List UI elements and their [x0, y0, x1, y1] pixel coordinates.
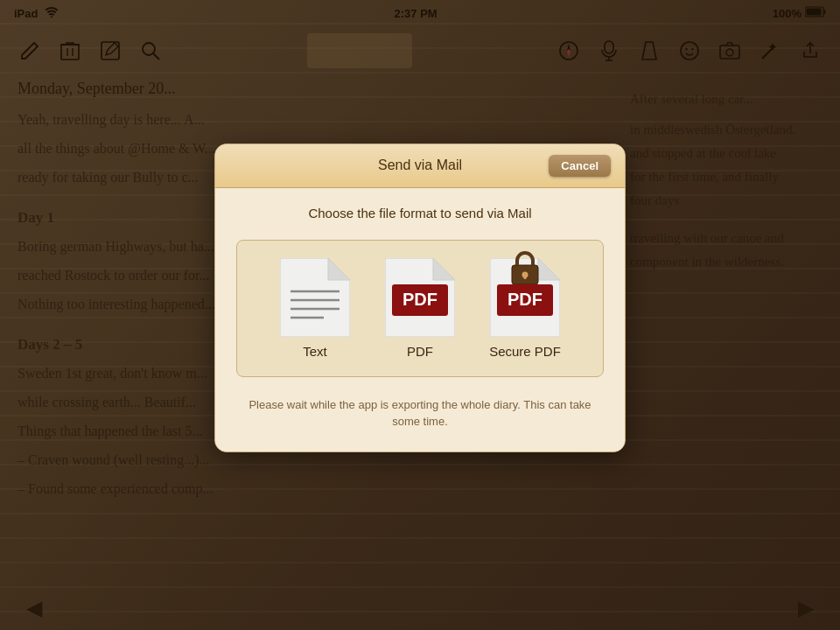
- svg-marker-32: [433, 258, 455, 280]
- pdf-format-label: PDF: [407, 344, 433, 359]
- pdf-file-icon: PDF: [385, 258, 455, 337]
- modal-description: Choose the file format to send via Mail: [236, 206, 604, 220]
- secure-pdf-file-icon: PDF: [490, 258, 560, 337]
- format-option-text[interactable]: Text: [271, 258, 359, 359]
- modal-header: Send via Mail Cancel: [215, 144, 625, 188]
- svg-marker-26: [328, 258, 350, 280]
- text-format-label: Text: [303, 344, 327, 359]
- status-message: Please wait while the app is exporting t…: [236, 396, 604, 430]
- modal-title: Send via Mail: [378, 158, 462, 173]
- svg-rect-41: [524, 275, 527, 279]
- svg-marker-36: [538, 258, 560, 280]
- lock-badge: [510, 251, 540, 288]
- format-option-secure-pdf[interactable]: PDF Secure PDF: [481, 258, 569, 359]
- cancel-button[interactable]: Cancel: [549, 155, 611, 177]
- send-via-mail-dialog: Send via Mail Cancel Choose the file for…: [214, 144, 626, 452]
- format-options: Text PDF PDF: [236, 240, 604, 377]
- modal-body: Choose the file format to send via Mail: [215, 188, 625, 452]
- modal-overlay: Send via Mail Cancel Choose the file for…: [0, 0, 840, 630]
- svg-text:PDF: PDF: [402, 290, 438, 309]
- text-file-icon: [280, 258, 350, 337]
- secure-pdf-format-label: Secure PDF: [489, 344, 561, 359]
- svg-text:PDF: PDF: [508, 290, 542, 309]
- format-option-pdf[interactable]: PDF PDF: [376, 258, 464, 359]
